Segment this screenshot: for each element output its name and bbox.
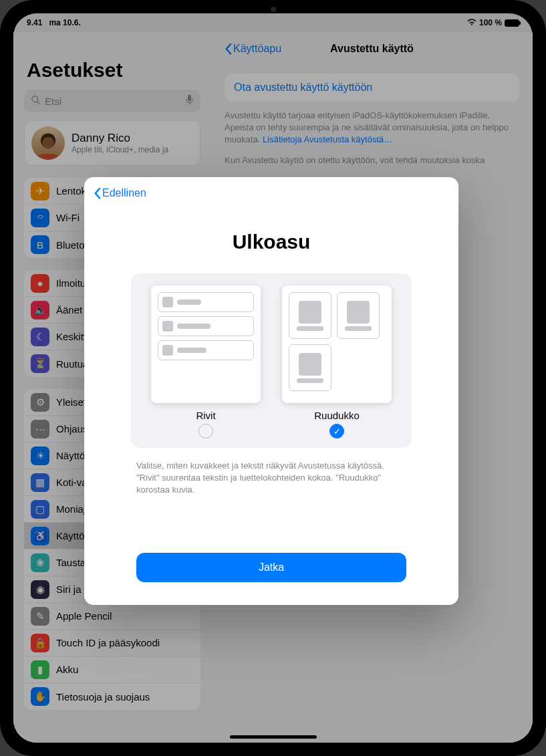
modal-back-label: Edellinen <box>102 187 146 199</box>
preview-grid <box>282 285 392 403</box>
appearance-options: Rivit Ruudukko ✓ <box>131 273 412 448</box>
option-grid-radio[interactable]: ✓ <box>329 424 344 438</box>
option-grid[interactable]: Ruudukko ✓ <box>277 285 397 438</box>
option-grid-label: Ruudukko <box>314 410 360 421</box>
home-indicator[interactable] <box>230 735 317 739</box>
continue-button[interactable]: Jatka <box>136 553 406 582</box>
modal-back-button[interactable]: Edellinen <box>94 187 146 199</box>
option-rows-radio[interactable] <box>198 424 213 438</box>
front-camera <box>271 7 276 12</box>
chevron-left-icon <box>94 187 101 199</box>
preview-rows <box>151 285 261 403</box>
modal-title: Ulkoasu <box>84 231 458 253</box>
appearance-modal: Edellinen Ulkoasu Rivit <box>84 177 458 605</box>
option-rows-label: Rivit <box>196 410 215 421</box>
modal-description: Valitse, miten kuvakkeet ja tekstit näky… <box>136 460 406 497</box>
option-rows[interactable]: Rivit <box>146 285 266 438</box>
